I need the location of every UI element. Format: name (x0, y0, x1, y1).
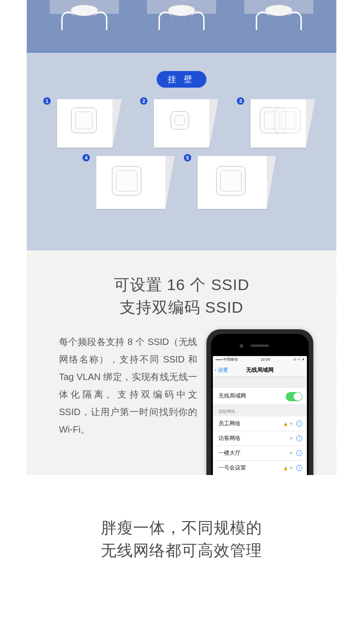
phone-statusbar: 中国移动 22:05 ⟳ ᯤ ▮ (213, 356, 307, 363)
wifi-toggle-row[interactable]: 无线局域网 (213, 387, 307, 405)
wifi-icon: ᯤ (290, 465, 294, 470)
phone-mockup: 中国移动 22:05 ⟳ ᯤ ▮ ‹ 设置 无线局域网 无线局域网 选取网络 (206, 329, 313, 475)
wall-step-2: 2 (154, 99, 209, 148)
network-row[interactable]: 一号会议室 ᯤi (213, 461, 307, 475)
ssid-heading-line2: 支持双编码 SSID (27, 296, 336, 319)
phone-navbar: ‹ 设置 无线局域网 (213, 363, 307, 377)
ssid-heading: 可设置 16 个 SSID 支持双编码 SSID (27, 273, 336, 319)
network-row[interactable]: 访客网络 ᯤi (213, 431, 307, 446)
wall-step-illustration (96, 156, 165, 209)
network-name: 一楼大厅 (218, 449, 241, 457)
network-row[interactable]: 一楼大厅 ᯤi (213, 446, 307, 461)
wall-step-illustration (57, 99, 112, 148)
ceiling-step-figure (50, 0, 119, 44)
wall-step-5: 5 (198, 156, 267, 209)
ceiling-step-figure (147, 0, 216, 44)
choose-network-label: 选取网络… (213, 405, 307, 416)
network-row[interactable]: 员工网络 ᯤi (213, 416, 307, 431)
ceiling-step-figure (244, 0, 313, 44)
wifi-icon: ᯤ (290, 436, 294, 441)
network-name: 一号会议室 (218, 464, 246, 472)
info-icon[interactable]: i (296, 465, 302, 471)
network-name: 访客网络 (218, 434, 241, 442)
wall-step-illustration (154, 99, 209, 148)
bottom-heading: 胖瘦一体，不同规模的 无线网络都可高效管理 (27, 517, 336, 562)
step-number-badge: 5 (184, 154, 191, 161)
info-icon[interactable]: i (296, 450, 302, 456)
wall-step-1: 1 (57, 99, 112, 148)
lock-icon (283, 421, 288, 426)
step-number-badge: 3 (237, 97, 244, 105)
bottom-heading-line2: 无线网络都可高效管理 (27, 539, 336, 562)
network-name: 员工网络 (218, 420, 241, 428)
wifi-toggle-label: 无线局域网 (218, 392, 246, 400)
ssid-section: 可设置 16 个 SSID 支持双编码 SSID 每个频段各支持 8 个 SSI… (27, 250, 336, 475)
wall-mount-section: 挂 壁 1 2 3 4 5 (27, 53, 336, 250)
status-icons: ⟳ ᯤ ▮ (293, 357, 304, 362)
bottom-heading-line1: 胖瘦一体，不同规模的 (27, 517, 336, 539)
wall-step-illustration (198, 156, 267, 209)
navbar-title: 无线局域网 (213, 366, 307, 374)
lock-icon (283, 465, 288, 470)
wall-mount-pill: 挂 壁 (157, 71, 206, 88)
step-number-badge: 1 (43, 97, 51, 105)
ssid-heading-line1: 可设置 16 个 SSID (27, 273, 336, 296)
info-icon[interactable]: i (296, 421, 302, 427)
step-number-badge: 4 (82, 154, 90, 161)
ssid-description: 每个频段各支持 8 个 SSID（无线网络名称），支持不同 SSID 和 Tag… (59, 333, 197, 438)
status-time: 22:05 (261, 357, 270, 362)
wifi-icon: ᯤ (290, 421, 294, 426)
wifi-icon: ᯤ (290, 451, 294, 456)
fat-fit-section: 胖瘦一体，不同规模的 无线网络都可高效管理 (27, 475, 336, 585)
wall-step-3: 3 (251, 99, 306, 148)
info-icon[interactable]: i (296, 435, 302, 441)
wall-step-illustration (251, 99, 306, 148)
step-number-badge: 2 (140, 97, 147, 105)
toggle-switch-icon[interactable] (286, 392, 302, 401)
ceiling-mount-illustration (27, 0, 336, 52)
carrier-label: 中国移动 (223, 357, 238, 362)
wall-step-4: 4 (96, 156, 165, 209)
